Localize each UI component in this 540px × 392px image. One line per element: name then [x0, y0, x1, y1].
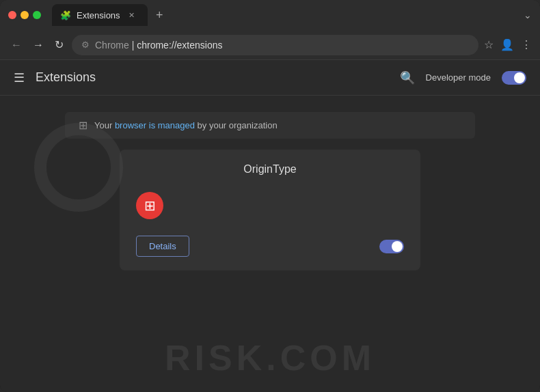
address-text: Chrome | chrome://extensions — [95, 40, 223, 51]
managed-text: Your browser is managed by your organiza… — [94, 120, 278, 130]
brand-name: Chrome — [95, 40, 129, 51]
search-icon[interactable]: 🔍 — [400, 70, 415, 85]
managed-icon: ⊞ — [79, 119, 87, 132]
toggle-thumb — [514, 72, 525, 83]
bookmark-icon[interactable]: ☆ — [484, 38, 494, 51]
refresh-button[interactable]: ↻ — [52, 36, 66, 54]
site-icon: ⚙ — [81, 40, 90, 50]
extension-toggle-thumb — [392, 241, 403, 252]
address-bar: ← → ↻ ⚙ Chrome | chrome://extensions ☆ 👤… — [0, 30, 540, 60]
address-actions: ☆ 👤 ⋮ — [484, 38, 532, 51]
extensions-header: ☰ Extensions 🔍 Developer mode — [0, 60, 540, 96]
traffic-lights — [8, 11, 41, 19]
minimize-button[interactable] — [21, 11, 29, 19]
window-chevron-icon: ⌄ — [524, 10, 532, 20]
forward-button[interactable]: → — [30, 36, 46, 54]
developer-mode-toggle[interactable] — [502, 71, 526, 85]
extension-name: OriginType — [243, 163, 296, 176]
hamburger-icon[interactable]: ☰ — [14, 70, 25, 85]
profile-icon[interactable]: 👤 — [500, 38, 514, 51]
menu-icon[interactable]: ⋮ — [521, 38, 532, 51]
tab-puzzle-icon: 🧩 — [60, 10, 71, 20]
managed-link[interactable]: browser is managed — [115, 120, 195, 130]
managed-banner: ⊞ Your browser is managed by your organi… — [65, 112, 475, 139]
managed-text-before: Your — [94, 120, 115, 130]
developer-mode-label: Developer mode — [426, 72, 491, 83]
tab-close-icon[interactable]: ✕ — [129, 11, 135, 20]
url-path: chrome://extensions — [137, 40, 222, 51]
tab-label: Extensions — [77, 10, 120, 20]
extension-icon-glyph: ⊞ — [144, 197, 156, 214]
managed-text-after: by your organization — [195, 120, 278, 130]
page-title: Extensions — [36, 70, 400, 85]
close-button[interactable] — [8, 11, 16, 19]
extension-card-footer: Details — [136, 236, 404, 257]
titlebar: 🧩 Extensions ✕ + ⌄ — [0, 0, 540, 30]
browser-window: 🧩 Extensions ✕ + ⌄ ← → ↻ ⚙ Chrome | chro… — [0, 0, 540, 392]
tab-bar: 🧩 Extensions ✕ + — [52, 4, 518, 26]
address-field[interactable]: ⚙ Chrome | chrome://extensions — [72, 35, 478, 55]
extension-card-header: OriginType — [136, 163, 404, 176]
extensions-page: ☰ Extensions 🔍 Developer mode RISK.COM ⊞… — [0, 60, 540, 392]
details-button[interactable]: Details — [136, 236, 189, 257]
extension-card-body: ⊞ — [136, 186, 404, 225]
extensions-content: RISK.COM ⊞ Your browser is managed by yo… — [0, 96, 540, 392]
extension-icon: ⊞ — [136, 192, 163, 219]
maximize-button[interactable] — [33, 11, 41, 19]
header-right: 🔍 Developer mode — [400, 70, 526, 85]
extension-toggle[interactable] — [379, 240, 404, 253]
active-tab[interactable]: 🧩 Extensions ✕ — [52, 4, 148, 26]
watermark: RISK.COM — [165, 337, 375, 378]
back-button[interactable]: ← — [8, 36, 25, 54]
new-tab-button[interactable]: + — [150, 8, 169, 23]
extension-card: OriginType ⊞ Details — [120, 150, 420, 270]
